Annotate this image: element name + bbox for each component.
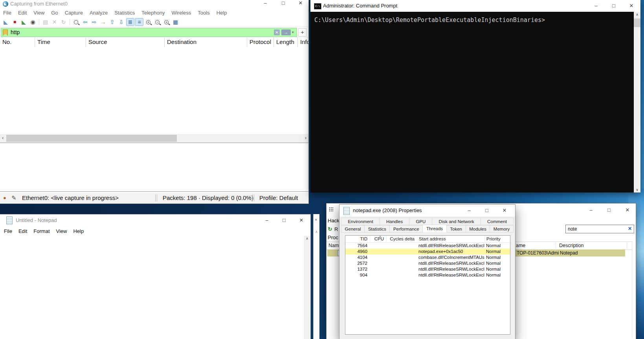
menu-format[interactable]: Format (33, 228, 50, 234)
column-priority[interactable]: Priority (484, 236, 510, 242)
zoom-reset-button[interactable]: = (162, 18, 171, 26)
minimize-button[interactable]: – (259, 0, 271, 8)
colorize-toggle[interactable]: ≡ (135, 18, 143, 26)
column-protocol[interactable]: Protocol (247, 37, 273, 48)
refresh-icon[interactable]: ↻ (328, 226, 332, 232)
dialog-titlebar[interactable]: notepad.exe (2008) Properties – □ ✕ (339, 205, 515, 216)
minimize-button[interactable]: – (585, 203, 597, 216)
save-capture-button[interactable]: ▤ (41, 18, 50, 26)
scroll-left-icon[interactable]: ‹ (2, 135, 4, 141)
notepad-titlebar[interactable]: Untitled - Notepad – □ ✕ (0, 214, 310, 226)
column-cpu[interactable]: CPU (370, 236, 386, 242)
menu-view[interactable]: View (56, 228, 67, 234)
tab-disk-and-network[interactable]: Disk and Network (432, 218, 481, 225)
column-username-fragment[interactable]: ame (516, 243, 525, 248)
column-length[interactable]: Length (273, 37, 297, 48)
filter-apply-button[interactable]: → (281, 29, 291, 35)
minimize-button[interactable]: – (590, 0, 602, 12)
notepad-scrollbar[interactable]: ∧ (304, 236, 310, 339)
close-button[interactable]: ✕ (295, 214, 307, 226)
menu-go[interactable]: Go (51, 10, 58, 16)
zoom-out-button[interactable]: − (153, 18, 161, 26)
close-button[interactable]: ✕ (626, 0, 637, 12)
minimize-button[interactable]: – (464, 205, 475, 216)
scroll-up-icon[interactable]: ∧ (315, 230, 318, 234)
column-destination[interactable]: Destination (164, 37, 247, 48)
auto-scroll-toggle[interactable]: ≣ (126, 18, 134, 26)
tab-modules[interactable]: Modules (466, 225, 490, 233)
scroll-right-icon[interactable]: › (305, 135, 306, 141)
thread-row[interactable]: 7564 ntdll.dll!RtlReleaseSRWLockExclusi.… (345, 243, 510, 249)
thread-row[interactable]: 904 ntdll.dll!RtlReleaseSRWLockExclusi..… (345, 272, 510, 278)
thread-row-selected[interactable]: 4960 notepad.exe+0x1ac50 Normal (345, 249, 510, 255)
column-info[interactable]: Info (297, 37, 308, 48)
menu-file[interactable]: File (4, 228, 12, 234)
column-cycles-delta[interactable]: Cycles delta (386, 236, 417, 242)
stop-capture-button[interactable]: ■ (11, 18, 19, 26)
cmd-scrollbar[interactable]: ∧ ∨ (634, 12, 640, 192)
column-name-fragment[interactable]: Nam (328, 243, 339, 248)
go-back-button[interactable]: ⇦ (81, 18, 89, 26)
menu-analyze[interactable]: Analyze (90, 10, 108, 16)
packet-details-pane[interactable] (0, 144, 308, 191)
column-tid[interactable]: TID (345, 236, 370, 242)
zoom-in-button[interactable]: + (144, 18, 152, 26)
scroll-up-icon[interactable]: ∧ (634, 13, 640, 16)
bookmark-icon[interactable] (3, 29, 8, 36)
close-icon[interactable]: × (315, 217, 317, 222)
cmd-console[interactable]: C:\Users\Admin\Desktop\RemotePortableExe… (310, 12, 634, 192)
menu-tools[interactable]: Tools (198, 10, 209, 16)
wireshark-titlebar[interactable]: Capturing from Ethernet0 – □ ✕ (0, 0, 308, 8)
search-clear-icon[interactable]: ✕ (628, 226, 632, 231)
thread-row[interactable]: 1372 ntdll.dll!RtlReleaseSRWLockExclusi.… (345, 266, 510, 272)
menu-help[interactable]: Help (217, 10, 227, 16)
close-capture-button[interactable]: ✕ (50, 18, 59, 26)
cmd-titlebar[interactable]: C:\ Administrator: Command Prompt – □ ✕ (310, 0, 640, 12)
tab-memory[interactable]: Memory (490, 225, 514, 233)
close-button[interactable]: ✕ (499, 205, 510, 216)
scroll-up-icon[interactable]: ∧ (304, 236, 310, 240)
maximize-button[interactable]: □ (608, 0, 620, 12)
filter-dropdown-icon[interactable]: ▾ (292, 29, 294, 35)
menu-capture[interactable]: Capture (65, 10, 83, 16)
minimize-button[interactable]: – (261, 214, 273, 226)
filter-add-button[interactable]: + (298, 28, 306, 37)
reload-capture-button[interactable]: ↻ (59, 18, 68, 26)
tab-performance[interactable]: Performance (390, 225, 423, 233)
tab-statistics[interactable]: Statistics (365, 225, 390, 233)
notepad-text-area[interactable] (0, 236, 304, 339)
column-description[interactable]: Description (559, 243, 584, 248)
close-button[interactable]: ✕ (622, 203, 633, 216)
packet-list[interactable] (0, 47, 308, 134)
process-search-input[interactable]: note ✕ (565, 225, 634, 233)
thread-row[interactable]: 4104 combase.dll!CoIncrementMTAUsa... No… (345, 255, 510, 260)
capture-comment-icon[interactable]: ✎ (11, 194, 17, 202)
column-time[interactable]: Time (35, 37, 86, 48)
maximize-button[interactable]: □ (278, 214, 290, 226)
menu-help[interactable]: Help (73, 228, 84, 234)
column-source[interactable]: Source (86, 37, 164, 48)
tab-processes-fragment[interactable]: Proc (328, 235, 338, 240)
scrollbar-thumb[interactable] (634, 18, 640, 27)
capture-options-button[interactable]: ◉ (29, 18, 37, 26)
go-bottom-button[interactable]: ⇩ (117, 18, 125, 26)
go-forward-button[interactable]: ⇨ (90, 18, 98, 26)
go-top-button[interactable]: ⇧ (108, 18, 116, 26)
scroll-down-icon[interactable]: ∨ (634, 188, 640, 192)
menu-file[interactable]: File (3, 10, 11, 16)
close-button[interactable]: ✕ (295, 0, 306, 8)
tab-token[interactable]: Token (447, 225, 466, 233)
menu-edit[interactable]: Edit (18, 228, 27, 234)
refresh-label-fragment[interactable]: R (334, 226, 338, 232)
maximize-button[interactable]: □ (603, 203, 615, 216)
maximize-button[interactable]: □ (277, 0, 289, 8)
menu-wireless[interactable]: Wireless (171, 10, 191, 16)
expert-info-icon[interactable]: ● (3, 195, 6, 201)
tab-handles[interactable]: Handles (380, 218, 409, 225)
profile-text[interactable]: Profile: Default (259, 194, 298, 201)
start-capture-button[interactable]: ◣ (2, 18, 10, 26)
menu-edit[interactable]: Edit (18, 10, 27, 16)
maximize-button[interactable]: □ (481, 205, 492, 216)
column-no[interactable]: No. (0, 37, 35, 48)
thread-row[interactable]: 2572 ntdll.dll!RtlReleaseSRWLockExclusi.… (345, 260, 510, 266)
